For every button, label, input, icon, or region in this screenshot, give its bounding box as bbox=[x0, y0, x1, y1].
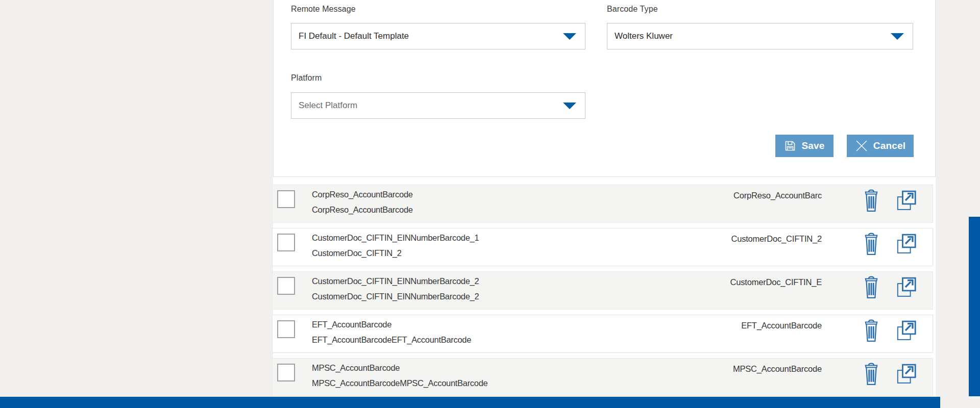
row-checkbox[interactable] bbox=[277, 234, 295, 251]
chevron-down-icon bbox=[563, 103, 576, 109]
x-icon bbox=[855, 139, 868, 152]
delete-row-button[interactable] bbox=[861, 319, 882, 343]
chevron-down-icon bbox=[891, 33, 904, 40]
cancel-button-label: Cancel bbox=[873, 140, 906, 151]
row-name: CustomerDoc_CIFTIN_EINNumberBarcode_1 bbox=[312, 233, 479, 243]
open-in-new-icon bbox=[895, 379, 918, 387]
open-row-button[interactable] bbox=[895, 232, 917, 257]
row-barcode-value: EFT_AccountBarcode bbox=[741, 321, 822, 330]
row-name: CorpReso_AccountBarcode bbox=[312, 190, 413, 199]
delete-row-button[interactable] bbox=[861, 275, 882, 300]
barcode-type-value: Wolters Kluwer bbox=[615, 23, 673, 49]
template-edit-form: Remote Message FI Default - Default Temp… bbox=[273, 0, 936, 177]
cancel-button[interactable]: Cancel bbox=[847, 135, 914, 157]
delete-row-button[interactable] bbox=[861, 189, 882, 213]
trash-icon bbox=[861, 337, 881, 345]
open-row-button[interactable] bbox=[895, 275, 917, 300]
row-name: CustomerDoc_CIFTIN_EINNumberBarcode_2 bbox=[312, 276, 479, 286]
open-row-button[interactable] bbox=[895, 189, 917, 213]
open-row-button[interactable] bbox=[895, 319, 917, 343]
platform-dropdown[interactable]: Select Platform bbox=[291, 92, 585, 119]
row-description: EFT_AccountBarcodeEFT_AccountBarcode bbox=[312, 335, 471, 345]
row-name: MPSC_AccountBarcode bbox=[312, 363, 400, 373]
open-in-new-icon bbox=[895, 336, 918, 344]
row-checkbox[interactable] bbox=[277, 277, 295, 295]
row-description: CustomerDoc_CIFTIN_EINNumberBarcode_2 bbox=[312, 292, 479, 301]
row-barcode-value: CustomerDoc_CIFTIN_E bbox=[730, 277, 822, 287]
barcode-type-label: Barcode Type bbox=[607, 5, 658, 14]
trash-icon bbox=[861, 207, 881, 215]
row-name: EFT_AccountBarcode bbox=[312, 320, 391, 329]
delete-row-button[interactable] bbox=[861, 362, 882, 387]
row-description: CustomerDoc_CIFTIN_2 bbox=[312, 248, 402, 258]
remote-message-value: FI Default - Default Template bbox=[299, 23, 409, 49]
barcode-row: CustomerDoc_CIFTIN_EINNumberBarcode_1 Cu… bbox=[272, 228, 933, 266]
delete-row-button[interactable] bbox=[861, 232, 882, 257]
row-checkbox[interactable] bbox=[277, 364, 295, 381]
trash-icon bbox=[861, 380, 881, 388]
horizontal-scrollbar-thumb[interactable] bbox=[0, 397, 940, 408]
remote-message-dropdown[interactable]: FI Default - Default Template bbox=[291, 23, 585, 49]
floppy-disk-icon bbox=[784, 140, 796, 152]
barcode-list: CorpReso_AccountBarcode CorpReso_Account… bbox=[272, 185, 933, 401]
open-in-new-icon bbox=[895, 293, 918, 300]
barcode-row: MPSC_AccountBarcode MPSC_AccountBarcodeM… bbox=[272, 358, 933, 396]
open-in-new-icon bbox=[895, 249, 918, 257]
row-checkbox[interactable] bbox=[277, 320, 295, 338]
open-in-new-icon bbox=[895, 206, 918, 214]
vertical-scrollbar-thumb[interactable] bbox=[969, 217, 980, 396]
row-checkbox[interactable] bbox=[277, 190, 295, 208]
platform-label: Platform bbox=[291, 73, 322, 83]
open-row-button[interactable] bbox=[895, 362, 917, 387]
remote-message-label: Remote Message bbox=[291, 5, 356, 14]
barcode-row: EFT_AccountBarcode EFT_AccountBarcodeEFT… bbox=[272, 315, 933, 353]
trash-icon bbox=[861, 250, 881, 258]
row-barcode-value: CustomerDoc_CIFTIN_2 bbox=[731, 234, 822, 244]
barcode-type-dropdown[interactable]: Wolters Kluwer bbox=[607, 23, 913, 49]
save-button[interactable]: Save bbox=[775, 135, 834, 157]
row-description: CorpReso_AccountBarcode bbox=[312, 205, 413, 215]
barcode-row: CorpReso_AccountBarcode CorpReso_Account… bbox=[272, 185, 933, 223]
trash-icon bbox=[861, 294, 881, 301]
chevron-down-icon bbox=[563, 33, 576, 40]
row-barcode-value: CorpReso_AccountBarc bbox=[733, 191, 822, 200]
save-button-label: Save bbox=[801, 140, 824, 151]
platform-placeholder-value: Select Platform bbox=[299, 93, 357, 118]
barcode-row: CustomerDoc_CIFTIN_EINNumberBarcode_2 Cu… bbox=[272, 271, 933, 310]
row-barcode-value: MPSC_AccountBarcode bbox=[733, 364, 822, 374]
row-description: MPSC_AccountBarcodeMPSC_AccountBarcode bbox=[312, 378, 487, 388]
